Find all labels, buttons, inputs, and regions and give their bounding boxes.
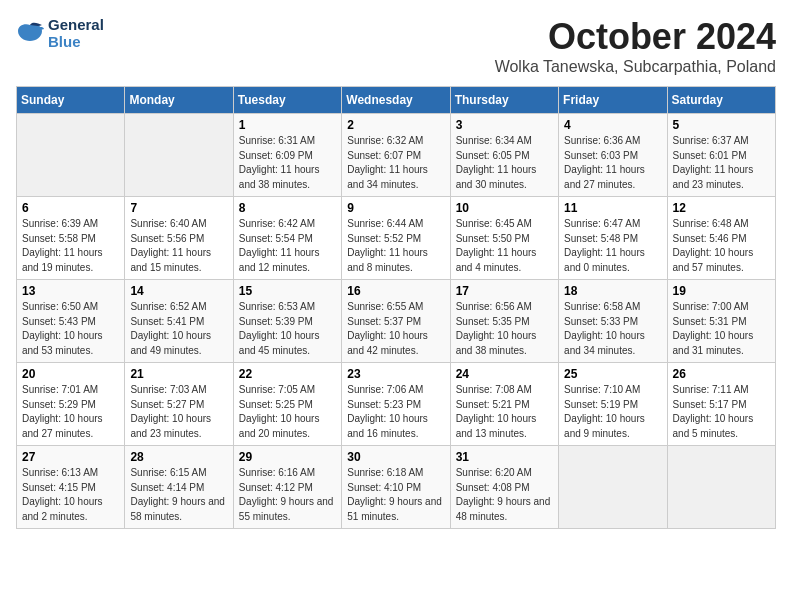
day-number: 20 (22, 367, 119, 381)
calendar-cell (17, 114, 125, 197)
day-info: Sunrise: 6:18 AM Sunset: 4:10 PM Dayligh… (347, 466, 444, 524)
calendar-cell (559, 446, 667, 529)
calendar-cell: 6Sunrise: 6:39 AM Sunset: 5:58 PM Daylig… (17, 197, 125, 280)
day-info: Sunrise: 6:52 AM Sunset: 5:41 PM Dayligh… (130, 300, 227, 358)
calendar-cell (667, 446, 775, 529)
location-subtitle: Wolka Tanewska, Subcarpathia, Poland (495, 58, 776, 76)
calendar-cell: 19Sunrise: 7:00 AM Sunset: 5:31 PM Dayli… (667, 280, 775, 363)
day-info: Sunrise: 6:16 AM Sunset: 4:12 PM Dayligh… (239, 466, 336, 524)
calendar-cell: 15Sunrise: 6:53 AM Sunset: 5:39 PM Dayli… (233, 280, 341, 363)
day-info: Sunrise: 7:01 AM Sunset: 5:29 PM Dayligh… (22, 383, 119, 441)
calendar-cell (125, 114, 233, 197)
day-number: 8 (239, 201, 336, 215)
day-number: 26 (673, 367, 770, 381)
month-title: October 2024 (495, 16, 776, 58)
day-number: 13 (22, 284, 119, 298)
day-number: 7 (130, 201, 227, 215)
day-info: Sunrise: 7:05 AM Sunset: 5:25 PM Dayligh… (239, 383, 336, 441)
day-info: Sunrise: 6:32 AM Sunset: 6:07 PM Dayligh… (347, 134, 444, 192)
day-info: Sunrise: 6:47 AM Sunset: 5:48 PM Dayligh… (564, 217, 661, 275)
logo-icon (16, 21, 44, 45)
day-info: Sunrise: 6:34 AM Sunset: 6:05 PM Dayligh… (456, 134, 553, 192)
day-number: 22 (239, 367, 336, 381)
day-number: 29 (239, 450, 336, 464)
calendar-table: SundayMondayTuesdayWednesdayThursdayFrid… (16, 86, 776, 529)
calendar-cell: 9Sunrise: 6:44 AM Sunset: 5:52 PM Daylig… (342, 197, 450, 280)
calendar-cell: 5Sunrise: 6:37 AM Sunset: 6:01 PM Daylig… (667, 114, 775, 197)
day-number: 14 (130, 284, 227, 298)
day-number: 1 (239, 118, 336, 132)
day-info: Sunrise: 6:53 AM Sunset: 5:39 PM Dayligh… (239, 300, 336, 358)
calendar-cell: 8Sunrise: 6:42 AM Sunset: 5:54 PM Daylig… (233, 197, 341, 280)
day-info: Sunrise: 6:55 AM Sunset: 5:37 PM Dayligh… (347, 300, 444, 358)
calendar-cell: 24Sunrise: 7:08 AM Sunset: 5:21 PM Dayli… (450, 363, 558, 446)
day-info: Sunrise: 6:20 AM Sunset: 4:08 PM Dayligh… (456, 466, 553, 524)
calendar-cell: 27Sunrise: 6:13 AM Sunset: 4:15 PM Dayli… (17, 446, 125, 529)
week-row-4: 20Sunrise: 7:01 AM Sunset: 5:29 PM Dayli… (17, 363, 776, 446)
day-number: 12 (673, 201, 770, 215)
day-info: Sunrise: 7:06 AM Sunset: 5:23 PM Dayligh… (347, 383, 444, 441)
day-number: 31 (456, 450, 553, 464)
calendar-cell: 10Sunrise: 6:45 AM Sunset: 5:50 PM Dayli… (450, 197, 558, 280)
weekday-header-row: SundayMondayTuesdayWednesdayThursdayFrid… (17, 87, 776, 114)
day-number: 17 (456, 284, 553, 298)
day-number: 6 (22, 201, 119, 215)
day-info: Sunrise: 6:48 AM Sunset: 5:46 PM Dayligh… (673, 217, 770, 275)
weekday-header-tuesday: Tuesday (233, 87, 341, 114)
day-info: Sunrise: 6:44 AM Sunset: 5:52 PM Dayligh… (347, 217, 444, 275)
day-number: 23 (347, 367, 444, 381)
day-number: 19 (673, 284, 770, 298)
day-number: 4 (564, 118, 661, 132)
weekday-header-thursday: Thursday (450, 87, 558, 114)
calendar-cell: 28Sunrise: 6:15 AM Sunset: 4:14 PM Dayli… (125, 446, 233, 529)
day-number: 2 (347, 118, 444, 132)
day-info: Sunrise: 7:03 AM Sunset: 5:27 PM Dayligh… (130, 383, 227, 441)
weekday-header-saturday: Saturday (667, 87, 775, 114)
calendar-cell: 21Sunrise: 7:03 AM Sunset: 5:27 PM Dayli… (125, 363, 233, 446)
calendar-cell: 4Sunrise: 6:36 AM Sunset: 6:03 PM Daylig… (559, 114, 667, 197)
calendar-cell: 30Sunrise: 6:18 AM Sunset: 4:10 PM Dayli… (342, 446, 450, 529)
day-info: Sunrise: 6:15 AM Sunset: 4:14 PM Dayligh… (130, 466, 227, 524)
calendar-header: SundayMondayTuesdayWednesdayThursdayFrid… (17, 87, 776, 114)
day-info: Sunrise: 6:42 AM Sunset: 5:54 PM Dayligh… (239, 217, 336, 275)
day-number: 27 (22, 450, 119, 464)
day-number: 28 (130, 450, 227, 464)
calendar-cell: 22Sunrise: 7:05 AM Sunset: 5:25 PM Dayli… (233, 363, 341, 446)
week-row-1: 1Sunrise: 6:31 AM Sunset: 6:09 PM Daylig… (17, 114, 776, 197)
week-row-3: 13Sunrise: 6:50 AM Sunset: 5:43 PM Dayli… (17, 280, 776, 363)
day-number: 10 (456, 201, 553, 215)
calendar-cell: 18Sunrise: 6:58 AM Sunset: 5:33 PM Dayli… (559, 280, 667, 363)
calendar-body: 1Sunrise: 6:31 AM Sunset: 6:09 PM Daylig… (17, 114, 776, 529)
calendar-cell: 13Sunrise: 6:50 AM Sunset: 5:43 PM Dayli… (17, 280, 125, 363)
day-info: Sunrise: 7:10 AM Sunset: 5:19 PM Dayligh… (564, 383, 661, 441)
weekday-header-monday: Monday (125, 87, 233, 114)
day-info: Sunrise: 6:40 AM Sunset: 5:56 PM Dayligh… (130, 217, 227, 275)
weekday-header-wednesday: Wednesday (342, 87, 450, 114)
calendar-cell: 1Sunrise: 6:31 AM Sunset: 6:09 PM Daylig… (233, 114, 341, 197)
week-row-5: 27Sunrise: 6:13 AM Sunset: 4:15 PM Dayli… (17, 446, 776, 529)
day-info: Sunrise: 6:45 AM Sunset: 5:50 PM Dayligh… (456, 217, 553, 275)
day-number: 21 (130, 367, 227, 381)
calendar-cell: 26Sunrise: 7:11 AM Sunset: 5:17 PM Dayli… (667, 363, 775, 446)
week-row-2: 6Sunrise: 6:39 AM Sunset: 5:58 PM Daylig… (17, 197, 776, 280)
day-info: Sunrise: 6:31 AM Sunset: 6:09 PM Dayligh… (239, 134, 336, 192)
logo-text: General Blue (48, 16, 104, 50)
day-number: 5 (673, 118, 770, 132)
day-number: 18 (564, 284, 661, 298)
day-number: 15 (239, 284, 336, 298)
day-info: Sunrise: 6:36 AM Sunset: 6:03 PM Dayligh… (564, 134, 661, 192)
calendar-cell: 23Sunrise: 7:06 AM Sunset: 5:23 PM Dayli… (342, 363, 450, 446)
day-info: Sunrise: 7:11 AM Sunset: 5:17 PM Dayligh… (673, 383, 770, 441)
day-number: 9 (347, 201, 444, 215)
calendar-cell: 12Sunrise: 6:48 AM Sunset: 5:46 PM Dayli… (667, 197, 775, 280)
calendar-cell: 11Sunrise: 6:47 AM Sunset: 5:48 PM Dayli… (559, 197, 667, 280)
page-header: General Blue October 2024 Wolka Tanewska… (16, 16, 776, 76)
calendar-cell: 14Sunrise: 6:52 AM Sunset: 5:41 PM Dayli… (125, 280, 233, 363)
day-info: Sunrise: 7:00 AM Sunset: 5:31 PM Dayligh… (673, 300, 770, 358)
day-number: 24 (456, 367, 553, 381)
day-info: Sunrise: 6:50 AM Sunset: 5:43 PM Dayligh… (22, 300, 119, 358)
title-block: October 2024 Wolka Tanewska, Subcarpathi… (495, 16, 776, 76)
calendar-cell: 31Sunrise: 6:20 AM Sunset: 4:08 PM Dayli… (450, 446, 558, 529)
day-info: Sunrise: 6:58 AM Sunset: 5:33 PM Dayligh… (564, 300, 661, 358)
weekday-header-sunday: Sunday (17, 87, 125, 114)
